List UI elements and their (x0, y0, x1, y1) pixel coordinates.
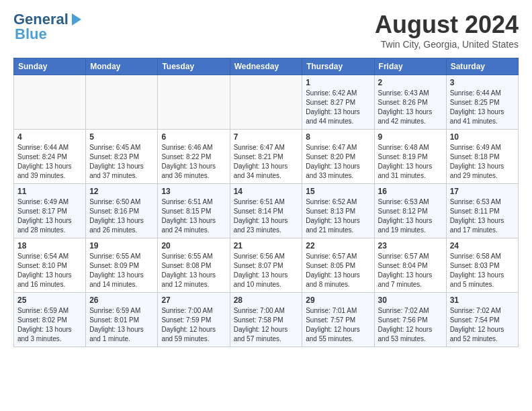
calendar-cell: 16Sunrise: 6:53 AMSunset: 8:12 PMDayligh… (374, 184, 446, 238)
day-number: 6 (161, 132, 226, 142)
day-number: 13 (161, 187, 226, 196)
day-number: 24 (450, 241, 515, 250)
weekday-header-wednesday: Wednesday (230, 58, 302, 75)
weekday-header-thursday: Thursday (302, 58, 374, 75)
day-number: 26 (89, 295, 154, 305)
day-info: Sunrise: 6:54 AMSunset: 8:10 PMDaylight:… (17, 252, 82, 289)
day-info: Sunrise: 6:47 AMSunset: 8:21 PMDaylight:… (234, 143, 299, 181)
day-info: Sunrise: 6:57 AMSunset: 8:04 PMDaylight:… (378, 252, 443, 289)
day-number: 8 (306, 132, 370, 142)
day-number: 21 (234, 241, 299, 250)
day-info: Sunrise: 6:51 AMSunset: 8:14 PMDaylight:… (234, 197, 299, 235)
calendar-cell: 24Sunrise: 6:58 AMSunset: 8:03 PMDayligh… (446, 238, 518, 293)
day-info: Sunrise: 6:59 AMSunset: 8:01 PMDaylight:… (89, 306, 154, 344)
title-section: August 2024 Twin City, Georgia, United S… (375, 11, 519, 50)
day-number: 22 (306, 241, 370, 250)
day-info: Sunrise: 6:44 AMSunset: 8:24 PMDaylight:… (17, 143, 82, 181)
logo-blue: Blue (15, 26, 47, 43)
day-number: 5 (89, 132, 154, 142)
calendar-cell: 19Sunrise: 6:55 AMSunset: 8:09 PMDayligh… (86, 238, 158, 293)
day-info: Sunrise: 6:48 AMSunset: 8:19 PMDaylight:… (378, 143, 443, 181)
header: General Blue August 2024 Twin City, Geor… (13, 11, 519, 50)
calendar-cell (86, 75, 158, 130)
day-number: 4 (17, 132, 82, 142)
calendar-cell: 23Sunrise: 6:57 AMSunset: 8:04 PMDayligh… (374, 238, 446, 293)
day-info: Sunrise: 6:58 AMSunset: 8:03 PMDaylight:… (450, 252, 515, 289)
day-info: Sunrise: 6:42 AMSunset: 8:27 PMDaylight:… (306, 89, 370, 126)
day-info: Sunrise: 6:45 AMSunset: 8:23 PMDaylight:… (89, 143, 154, 181)
weekday-header-friday: Friday (374, 58, 446, 75)
day-number: 3 (450, 78, 515, 87)
day-number: 1 (306, 78, 370, 87)
day-info: Sunrise: 6:56 AMSunset: 8:07 PMDaylight:… (234, 252, 299, 289)
calendar-week-row: 18Sunrise: 6:54 AMSunset: 8:10 PMDayligh… (14, 238, 519, 293)
calendar-cell: 9Sunrise: 6:48 AMSunset: 8:19 PMDaylight… (374, 130, 446, 184)
weekday-header-saturday: Saturday (446, 58, 518, 75)
day-number: 9 (378, 132, 443, 142)
day-info: Sunrise: 6:55 AMSunset: 8:08 PMDaylight:… (161, 252, 226, 289)
calendar-cell: 4Sunrise: 6:44 AMSunset: 8:24 PMDaylight… (14, 130, 86, 184)
day-info: Sunrise: 7:00 AMSunset: 7:59 PMDaylight:… (161, 306, 226, 344)
day-info: Sunrise: 6:49 AMSunset: 8:18 PMDaylight:… (450, 143, 515, 181)
day-number: 15 (306, 187, 370, 196)
day-info: Sunrise: 7:00 AMSunset: 7:58 PMDaylight:… (234, 306, 299, 344)
calendar-cell: 12Sunrise: 6:50 AMSunset: 8:16 PMDayligh… (86, 184, 158, 238)
day-info: Sunrise: 6:43 AMSunset: 8:26 PMDaylight:… (378, 89, 443, 126)
day-info: Sunrise: 7:02 AMSunset: 7:54 PMDaylight:… (450, 306, 515, 344)
calendar-week-row: 4Sunrise: 6:44 AMSunset: 8:24 PMDaylight… (14, 130, 519, 184)
day-number: 28 (234, 295, 299, 305)
day-info: Sunrise: 6:55 AMSunset: 8:09 PMDaylight:… (89, 252, 154, 289)
calendar-cell: 28Sunrise: 7:00 AMSunset: 7:58 PMDayligh… (230, 293, 302, 347)
day-number: 23 (378, 241, 443, 250)
day-info: Sunrise: 6:49 AMSunset: 8:17 PMDaylight:… (17, 197, 82, 235)
day-info: Sunrise: 7:02 AMSunset: 7:56 PMDaylight:… (378, 306, 443, 344)
calendar-cell: 10Sunrise: 6:49 AMSunset: 8:18 PMDayligh… (446, 130, 518, 184)
weekday-header-tuesday: Tuesday (158, 58, 230, 75)
day-number: 17 (450, 187, 515, 196)
day-number: 14 (234, 187, 299, 196)
calendar-cell: 13Sunrise: 6:51 AMSunset: 8:15 PMDayligh… (158, 184, 230, 238)
day-number: 18 (17, 241, 82, 250)
day-number: 16 (378, 187, 443, 196)
calendar-cell: 3Sunrise: 6:44 AMSunset: 8:25 PMDaylight… (446, 75, 518, 130)
day-info: Sunrise: 7:01 AMSunset: 7:57 PMDaylight:… (306, 306, 370, 344)
calendar-cell: 11Sunrise: 6:49 AMSunset: 8:17 PMDayligh… (14, 184, 86, 238)
month-year-title: August 2024 (375, 11, 519, 39)
day-number: 30 (378, 295, 443, 305)
calendar-cell: 14Sunrise: 6:51 AMSunset: 8:14 PMDayligh… (230, 184, 302, 238)
day-number: 29 (306, 295, 370, 305)
day-info: Sunrise: 6:50 AMSunset: 8:16 PMDaylight:… (89, 197, 154, 235)
day-info: Sunrise: 6:53 AMSunset: 8:11 PMDaylight:… (450, 197, 515, 235)
calendar-cell: 21Sunrise: 6:56 AMSunset: 8:07 PMDayligh… (230, 238, 302, 293)
day-info: Sunrise: 6:53 AMSunset: 8:12 PMDaylight:… (378, 197, 443, 235)
calendar-cell: 31Sunrise: 7:02 AMSunset: 7:54 PMDayligh… (446, 293, 518, 347)
calendar-cell: 15Sunrise: 6:52 AMSunset: 8:13 PMDayligh… (302, 184, 374, 238)
calendar-table: SundayMondayTuesdayWednesdayThursdayFrid… (13, 58, 519, 347)
calendar-week-row: 25Sunrise: 6:59 AMSunset: 8:02 PMDayligh… (14, 293, 519, 347)
calendar-cell: 5Sunrise: 6:45 AMSunset: 8:23 PMDaylight… (86, 130, 158, 184)
day-number: 12 (89, 187, 154, 196)
calendar-week-row: 11Sunrise: 6:49 AMSunset: 8:17 PMDayligh… (14, 184, 519, 238)
calendar-cell: 8Sunrise: 6:47 AMSunset: 8:20 PMDaylight… (302, 130, 374, 184)
day-number: 19 (89, 241, 154, 250)
calendar-cell: 22Sunrise: 6:57 AMSunset: 8:05 PMDayligh… (302, 238, 374, 293)
calendar-body: 1Sunrise: 6:42 AMSunset: 8:27 PMDaylight… (14, 75, 519, 347)
day-number: 2 (378, 78, 443, 87)
day-number: 11 (17, 187, 82, 196)
calendar-cell (230, 75, 302, 130)
calendar-cell (158, 75, 230, 130)
weekday-header-sunday: Sunday (14, 58, 86, 75)
calendar-header: SundayMondayTuesdayWednesdayThursdayFrid… (14, 58, 519, 75)
logo-arrow-icon (72, 13, 81, 26)
day-number: 25 (17, 295, 82, 305)
calendar-cell: 20Sunrise: 6:55 AMSunset: 8:08 PMDayligh… (158, 238, 230, 293)
location-subtitle: Twin City, Georgia, United States (375, 39, 519, 50)
day-number: 31 (450, 295, 515, 305)
day-info: Sunrise: 6:52 AMSunset: 8:13 PMDaylight:… (306, 197, 370, 235)
day-number: 7 (234, 132, 299, 142)
calendar-cell: 29Sunrise: 7:01 AMSunset: 7:57 PMDayligh… (302, 293, 374, 347)
calendar-cell: 26Sunrise: 6:59 AMSunset: 8:01 PMDayligh… (86, 293, 158, 347)
calendar-cell (14, 75, 86, 130)
calendar-cell: 18Sunrise: 6:54 AMSunset: 8:10 PMDayligh… (14, 238, 86, 293)
calendar-cell: 17Sunrise: 6:53 AMSunset: 8:11 PMDayligh… (446, 184, 518, 238)
